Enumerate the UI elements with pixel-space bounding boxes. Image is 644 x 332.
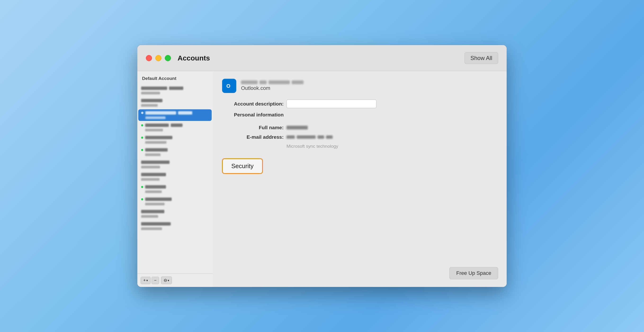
more-icon: ⊖ <box>164 278 167 283</box>
chevron-down-icon: ▾ <box>146 279 148 282</box>
account-description-row: Account description: <box>222 100 497 108</box>
list-item[interactable] <box>138 183 212 195</box>
account-header: O Outlook.com <box>222 79 497 93</box>
traffic-lights <box>146 55 171 61</box>
security-button[interactable]: Security <box>222 158 263 174</box>
free-up-space-button[interactable]: Free Up Space <box>450 267 498 279</box>
list-item-selected[interactable] <box>138 109 212 121</box>
list-item[interactable] <box>138 146 212 158</box>
minimize-button[interactable] <box>155 55 162 61</box>
list-item[interactable] <box>138 122 212 133</box>
email-label: E-mail address: <box>222 134 284 140</box>
remove-account-button[interactable]: − <box>152 277 159 284</box>
window-title: Accounts <box>178 54 210 62</box>
list-item[interactable] <box>138 97 212 109</box>
list-item[interactable] <box>138 85 212 96</box>
sidebar-controls: + ▾ − ⊖ ▾ <box>137 273 212 287</box>
zoom-button[interactable] <box>165 55 171 61</box>
name-chip-4 <box>292 80 304 84</box>
name-chip-2 <box>260 80 266 84</box>
full-name-label: Full name: <box>222 125 284 130</box>
add-account-button[interactable]: + ▾ <box>141 277 150 284</box>
sync-technology-label: Microsoft sync technology <box>286 144 497 149</box>
list-item[interactable] <box>138 196 212 207</box>
account-description-input[interactable] <box>286 100 376 108</box>
email-chip-4 <box>326 135 333 139</box>
default-account-label: Default Account <box>137 76 212 84</box>
email-row: E-mail address: <box>222 134 497 140</box>
svg-text:O: O <box>226 83 230 89</box>
security-button-wrapper: Security <box>222 158 497 174</box>
more-options-button[interactable]: ⊖ ▾ <box>161 276 172 284</box>
list-item[interactable] <box>138 220 212 232</box>
close-button[interactable] <box>146 55 152 61</box>
show-all-button[interactable]: Show All <box>464 52 498 64</box>
service-name: Outlook.com <box>241 85 304 91</box>
minus-icon: − <box>154 278 157 283</box>
outlook-icon: O <box>222 79 236 93</box>
list-item[interactable] <box>138 171 212 183</box>
sidebar: Default Account <box>137 71 212 287</box>
account-name-row <box>241 80 304 84</box>
full-name-value <box>286 126 308 129</box>
list-item[interactable] <box>138 208 212 220</box>
full-name-blur <box>286 126 308 129</box>
email-chip-1 <box>286 135 295 139</box>
name-chip-1 <box>241 80 258 84</box>
account-meta: Outlook.com <box>241 80 304 91</box>
personal-info-heading-row: Personal information <box>222 112 497 121</box>
chevron-down-icon-2: ▾ <box>168 279 169 282</box>
content-area: Default Account <box>137 71 507 287</box>
personal-info-label: Personal information <box>222 112 284 118</box>
email-value <box>286 135 333 139</box>
name-chip-3 <box>268 80 290 84</box>
list-item[interactable] <box>138 159 212 170</box>
account-description-label: Account description: <box>222 101 284 107</box>
plus-icon: + <box>143 278 146 283</box>
email-chip-2 <box>297 135 316 139</box>
accounts-window: Accounts Show All Default Account <box>137 45 507 287</box>
form-section: Account description: Personal informatio… <box>222 100 497 149</box>
full-name-row: Full name: <box>222 125 497 130</box>
titlebar: Accounts Show All <box>137 45 507 71</box>
detail-panel: O Outlook.com Account description: <box>212 71 507 287</box>
list-item[interactable] <box>138 134 212 146</box>
email-chip-3 <box>318 135 324 139</box>
